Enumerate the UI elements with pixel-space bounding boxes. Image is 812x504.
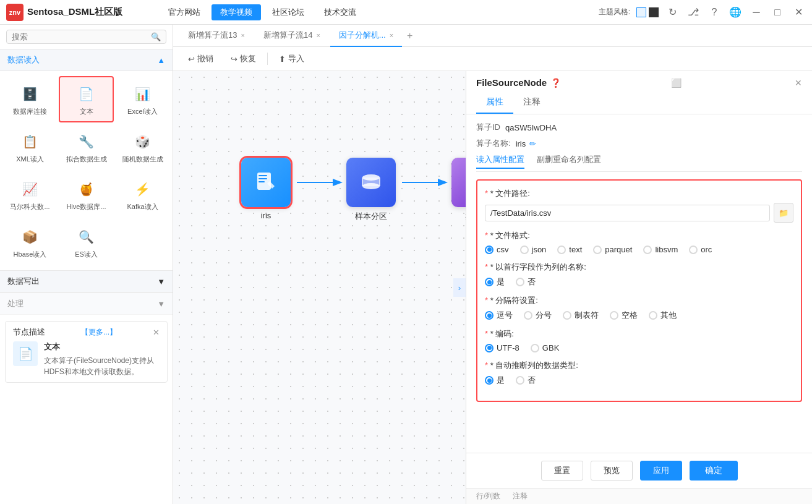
panel-tab-note[interactable]: 注释 [513,92,550,114]
node-excel-read[interactable]: 📊 Excel读入 [115,76,170,122]
tab-3[interactable]: 因子分解机... × [330,25,402,47]
file-path-input[interactable] [485,205,770,221]
processing-header[interactable]: 处理 ▼ [0,293,173,315]
node-hbase[interactable]: 📦 Hbase读入 [2,219,58,265]
tab-1[interactable]: 新增算子流13 × [179,25,254,47]
sep-semicolon[interactable]: 分号 [524,310,552,321]
format-orc-radio[interactable] [689,246,698,254]
infer-no[interactable]: 否 [516,375,536,386]
format-libsvm-radio[interactable] [643,246,652,254]
enc-gbk[interactable]: GBK [531,343,559,352]
first-row-no-radio[interactable] [516,278,524,286]
app-title: Sentosa_DSML社区版 [27,6,122,18]
undo-button[interactable]: ↩ 撤销 [182,51,220,67]
maximize-icon[interactable]: □ [770,5,785,20]
format-parquet[interactable]: parquet [593,245,632,254]
flow-node-iris[interactable]: iris [241,158,291,220]
panel-expand-icon[interactable]: ⬜ [671,78,682,88]
nav-video[interactable]: 教学视频 [212,4,261,20]
edit-name-icon[interactable]: ✏ [529,139,536,148]
node-random-data[interactable]: 🎲 随机数据生成 [115,124,170,170]
theme-light-icon[interactable] [636,7,646,17]
refresh-icon[interactable]: ↻ [665,5,680,20]
infer-no-radio[interactable] [516,376,524,385]
format-text[interactable]: text [557,245,582,254]
node-text[interactable]: 📄 文本 [59,76,114,122]
tab-2-close[interactable]: × [316,32,320,39]
tab-3-close[interactable]: × [390,32,393,39]
share-icon[interactable]: ⎇ [686,5,701,20]
format-text-radio[interactable] [557,246,566,254]
apply-button[interactable]: 应用 [640,461,682,481]
reset-button[interactable]: 重置 [541,461,583,481]
format-csv[interactable]: csv [485,245,509,254]
sep-space[interactable]: 空格 [610,310,638,321]
theme-icons [636,7,659,17]
sep-space-radio[interactable] [610,311,618,320]
node-db-connect[interactable]: 🗄️ 数据库连接 [2,76,58,122]
canvas[interactable]: iris 样本分区 [173,71,466,504]
tab-2[interactable]: 新增算子流14 × [255,25,329,47]
node-desc-more-link[interactable]: 【更多...】 [81,327,117,338]
sep-semicolon-radio[interactable] [524,311,532,320]
node-es-read[interactable]: 🔍 ES读入 [59,219,114,265]
encoding-required: * [485,329,488,338]
node-mock-data[interactable]: 🔧 拟合数据生成 [59,124,114,170]
node-xml-read[interactable]: 📋 XML读入 [2,124,58,170]
format-libsvm[interactable]: libsvm [643,245,678,254]
first-row-yes[interactable]: 是 [485,276,505,288]
sep-comma-radio[interactable] [485,311,494,320]
nav-forum[interactable]: 社区论坛 [263,4,313,20]
first-row-no[interactable]: 否 [516,276,536,288]
config-tab-read[interactable]: 读入属性配置 [476,154,524,169]
preview-button[interactable]: 预览 [591,461,633,481]
top-nav: 官方网站 教学视频 社区论坛 技术交流 [160,4,594,20]
file-browse-button[interactable]: 📁 [774,203,793,223]
confirm-button[interactable]: 确定 [690,461,738,481]
format-parquet-radio[interactable] [593,246,602,254]
infer-yes-radio[interactable] [485,376,494,385]
enc-gbk-radio[interactable] [531,344,539,352]
panel-toggle[interactable]: › [453,278,466,297]
nav-tech[interactable]: 技术交流 [315,4,365,20]
sep-other-radio[interactable] [649,311,657,320]
panel-tab-attr[interactable]: 属性 [476,92,513,114]
config-tab-rename[interactable]: 副删重命名列配置 [537,154,601,169]
enc-utf8[interactable]: UTF-8 [485,343,519,352]
sep-tab-radio[interactable] [563,311,571,320]
top-bar: znv Sentosa_DSML社区版 官方网站 教学视频 社区论坛 技术交流 … [0,0,812,25]
panel-close-icon[interactable]: ✕ [795,78,802,88]
import-button[interactable]: ⬆ 导入 [273,51,310,67]
first-row-yes-radio[interactable] [485,278,494,286]
text-node-icon: 📄 [75,82,98,106]
theme-dark-icon[interactable] [649,7,659,17]
format-csv-radio[interactable] [485,246,494,254]
enc-utf8-radio[interactable] [485,344,494,352]
node-desc-close-icon[interactable]: ✕ [153,328,160,337]
globe-icon[interactable]: 🌐 [728,5,743,20]
close-icon[interactable]: ✕ [791,5,806,20]
node-markov[interactable]: 📈 马尔科夫数... [2,171,58,218]
flow-node-sample[interactable]: 样本分区 [346,158,396,222]
node-kafka[interactable]: ⚡ Kafka读入 [115,171,170,218]
sep-other[interactable]: 其他 [649,310,677,321]
search-input[interactable] [12,32,151,41]
tab-add-button[interactable]: + [403,30,416,41]
format-json[interactable]: json [520,245,547,254]
tab-1-close[interactable]: × [241,32,244,39]
sep-tab[interactable]: 制表符 [563,310,599,321]
nav-official[interactable]: 官方网站 [160,4,209,20]
flow-node-classify[interactable]: 类型... [451,158,466,222]
panel-help-icon[interactable]: ❓ [550,78,561,88]
data-write-header[interactable]: 数据写出 ▼ [0,270,173,293]
minimize-icon[interactable]: ─ [749,5,764,20]
canvas-svg [173,71,466,504]
sep-comma[interactable]: 逗号 [485,310,513,321]
help-icon[interactable]: ? [707,5,722,20]
format-json-radio[interactable] [520,246,529,254]
data-read-header[interactable]: 数据读入 ▲ [0,49,173,71]
redo-button[interactable]: ↪ 恢复 [224,51,262,67]
node-hive[interactable]: 🍯 Hive数据库... [59,171,114,218]
format-orc[interactable]: orc [689,245,712,254]
infer-yes[interactable]: 是 [485,375,505,386]
